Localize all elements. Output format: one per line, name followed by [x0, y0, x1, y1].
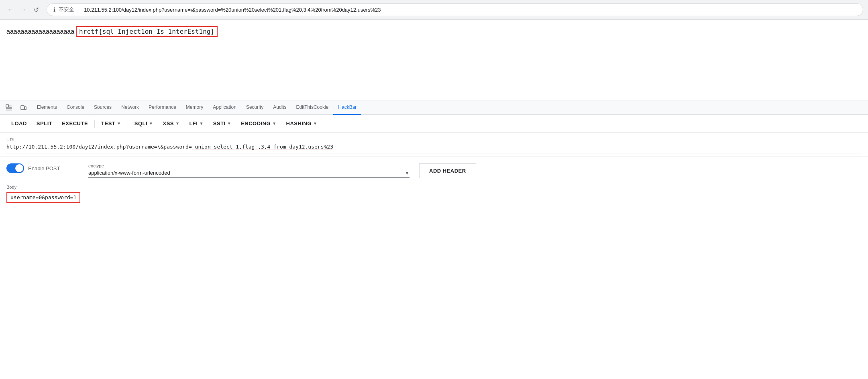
hashing-dropdown-arrow: ▼: [313, 121, 317, 126]
address-separator: │: [77, 7, 81, 13]
enctype-value: application/x-www-form-urlencoded: [88, 170, 401, 176]
xss-dropdown-arrow: ▼: [175, 121, 179, 126]
reload-button[interactable]: ↺: [31, 4, 42, 15]
tab-security[interactable]: Security: [241, 100, 268, 115]
tab-sources[interactable]: Sources: [89, 100, 116, 115]
ssti-dropdown-arrow: ▼: [227, 121, 231, 126]
not-secure-label: 不安全: [59, 6, 74, 13]
svg-rect-5: [21, 106, 24, 110]
enctype-dropdown-arrow: ▼: [405, 170, 410, 176]
page-prefix-text: aaaaaaaaaaaaaaaaaaa: [6, 28, 74, 35]
sqli-dropdown[interactable]: SQLI ▼: [130, 118, 158, 129]
hackbar-controls: Enable POST enctype application/x-www-fo…: [0, 157, 868, 185]
toolbar-divider-1: [94, 120, 95, 128]
devtools-panel: Elements Console Sources Network Perform…: [0, 100, 868, 209]
tab-application[interactable]: Application: [208, 100, 241, 115]
toolbar-divider-2: [128, 120, 128, 128]
tab-console[interactable]: Console: [62, 100, 89, 115]
device-toggle-icon[interactable]: [18, 102, 29, 113]
xss-dropdown[interactable]: XSS ▼: [158, 118, 184, 129]
svg-rect-0: [6, 105, 8, 107]
hashing-dropdown[interactable]: HASHING ▼: [281, 118, 322, 129]
load-button[interactable]: LOAD: [6, 118, 32, 129]
tab-audits[interactable]: Audits: [268, 100, 291, 115]
lfi-dropdown-arrow: ▼: [199, 121, 203, 126]
url-prefix: http://10.211.55.2:100/day12/index.php?u…: [6, 144, 192, 150]
browser-chrome: ← → ↺ ℹ 不安全 │ 10.211.55.2:100/day12/inde…: [0, 0, 868, 20]
sqli-dropdown-arrow: ▼: [149, 121, 153, 126]
hackbar-toolbar: LOAD SPLIT EXECUTE TEST ▼ SQLI ▼ XSS ▼ L…: [0, 115, 868, 132]
url-line: [6, 153, 862, 153]
body-label: Body: [6, 185, 862, 190]
back-button[interactable]: ←: [5, 4, 16, 15]
security-icon: ℹ: [53, 6, 55, 13]
lfi-dropdown[interactable]: LFI ▼: [184, 118, 208, 129]
flag-text: hrctf{sql_Inject1on_Is_1nterEst1ng}: [76, 26, 218, 37]
body-input[interactable]: username=0&password=1: [6, 192, 80, 203]
tab-elements[interactable]: Elements: [32, 100, 62, 115]
tab-network[interactable]: Network: [116, 100, 144, 115]
svg-rect-6: [24, 107, 26, 110]
add-header-button[interactable]: ADD HEADER: [419, 163, 476, 178]
post-toggle-area: Enable POST: [6, 163, 79, 173]
url-section: URL http://10.211.55.2:100/day12/index.p…: [0, 132, 868, 157]
enctype-select[interactable]: application/x-www-form-urlencoded ▼: [88, 170, 410, 178]
address-text: 10.211.55.2:100/day12/index.php?username…: [84, 7, 381, 13]
test-dropdown-arrow: ▼: [117, 121, 121, 126]
enable-post-label: Enable POST: [28, 165, 60, 171]
nav-buttons: ← → ↺: [5, 4, 42, 15]
inspect-element-icon[interactable]: [3, 102, 14, 113]
url-value[interactable]: http://10.211.55.2:100/day12/index.php?u…: [6, 144, 862, 150]
tab-performance[interactable]: Performance: [144, 100, 181, 115]
url-label: URL: [6, 137, 862, 142]
url-underlined-part: union select 1,flag ,3,4 from day12.user…: [192, 144, 333, 150]
page-content: aaaaaaaaaaaaaaaaaaa hrctf{sql_Inject1on_…: [0, 20, 868, 100]
tab-hackbar[interactable]: HackBar: [333, 100, 361, 115]
encoding-dropdown[interactable]: ENCODING ▼: [236, 118, 281, 129]
tab-editthiscookie[interactable]: EditThisCookie: [291, 100, 334, 115]
toggle-track: [6, 163, 24, 173]
devtools-tabs-bar: Elements Console Sources Network Perform…: [0, 100, 868, 115]
address-bar[interactable]: ℹ 不安全 │ 10.211.55.2:100/day12/index.php?…: [47, 3, 863, 16]
encoding-dropdown-arrow: ▼: [272, 121, 276, 126]
tab-memory[interactable]: Memory: [181, 100, 208, 115]
execute-button[interactable]: EXECUTE: [57, 118, 93, 129]
split-button[interactable]: SPLIT: [32, 118, 57, 129]
ssti-dropdown[interactable]: SSTI ▼: [208, 118, 236, 129]
enctype-label: enctype: [88, 163, 410, 168]
toggle-thumb: [15, 164, 23, 172]
test-dropdown[interactable]: TEST ▼: [96, 118, 126, 129]
enctype-area: enctype application/x-www-form-urlencode…: [88, 163, 410, 178]
forward-button[interactable]: →: [18, 4, 29, 15]
body-section: Body username=0&password=1: [0, 185, 868, 209]
enable-post-toggle[interactable]: [6, 163, 24, 173]
